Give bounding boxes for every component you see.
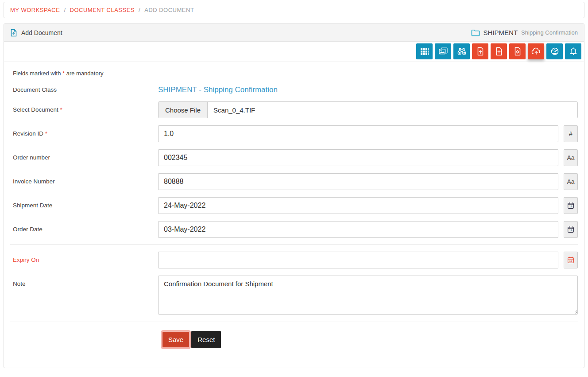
invoice-number-row: Invoice Number Aa bbox=[10, 173, 578, 190]
images-button[interactable] bbox=[435, 43, 451, 59]
order-number-input[interactable] bbox=[158, 149, 558, 166]
file-add-icon bbox=[495, 47, 503, 56]
document-class-row: Document Class SHIPMENT - Shipping Confi… bbox=[10, 85, 578, 94]
section-divider bbox=[10, 322, 578, 322]
shipment-date-row: Shipment Date 19 bbox=[10, 197, 578, 214]
select-document-row: Select Document * Choose File Scan_0_4.T… bbox=[10, 101, 578, 118]
order-number-row: Order number Aa bbox=[10, 149, 578, 166]
panel-header: Add Document SHIPMENT Shipping Confirmat… bbox=[4, 24, 584, 42]
add-document-form: Fields marked with * are mandatory Docum… bbox=[4, 62, 584, 348]
revision-id-label: Revision ID * bbox=[10, 125, 158, 142]
add-document-panel: Add Document SHIPMENT Shipping Confirmat… bbox=[4, 23, 584, 368]
svg-text:19: 19 bbox=[569, 229, 573, 232]
file-upload-icon bbox=[476, 47, 484, 56]
shipment-date-label: Shipment Date bbox=[10, 197, 158, 214]
order-date-label: Order Date bbox=[10, 221, 158, 238]
panel-title: Add Document bbox=[21, 29, 62, 36]
text-type-addon: Aa bbox=[564, 173, 578, 190]
form-actions: Save Reset bbox=[162, 331, 578, 348]
notifications-bell-button[interactable] bbox=[565, 43, 581, 59]
binoculars-search-button[interactable] bbox=[453, 43, 470, 59]
breadcrumb-separator: / bbox=[139, 7, 140, 13]
folder-icon bbox=[471, 29, 480, 37]
order-number-label: Order number bbox=[10, 149, 158, 166]
expiry-on-input[interactable] bbox=[158, 252, 558, 268]
select-document-label: Select Document * bbox=[10, 101, 158, 118]
shipment-date-input[interactable] bbox=[158, 197, 558, 214]
expiry-on-label: Expiry On bbox=[10, 252, 158, 268]
binoculars-search-icon bbox=[457, 47, 467, 56]
selected-file-name: Scan_0_4.TIF bbox=[208, 102, 261, 118]
dashboard-gauge-button[interactable] bbox=[546, 43, 563, 59]
breadcrumb-my-workspace[interactable]: MY WORKSPACE bbox=[10, 7, 60, 13]
number-type-addon: # bbox=[564, 125, 578, 142]
note-textarea[interactable]: Confirmation Document for Shipment bbox=[158, 276, 578, 315]
note-row: Note Confirmation Document for Shipment bbox=[10, 276, 578, 315]
breadcrumb: MY WORKSPACE / DOCUMENT CLASSES / ADD DO… bbox=[4, 2, 584, 18]
reset-button[interactable]: Reset bbox=[191, 331, 221, 348]
doc-class-label: Shipping Confirmation bbox=[521, 29, 578, 36]
table-grid-icon bbox=[420, 47, 429, 56]
notifications-bell-icon bbox=[569, 47, 578, 56]
text-type-addon: Aa bbox=[564, 149, 578, 166]
calendar-icon[interactable]: 19 bbox=[564, 221, 578, 238]
images-icon bbox=[438, 47, 448, 56]
cloud-upload-button[interactable] bbox=[528, 43, 544, 59]
choose-file-button[interactable]: Choose File bbox=[159, 102, 208, 118]
breadcrumb-document-classes[interactable]: DOCUMENT CLASSES bbox=[70, 7, 135, 13]
file-upload-button[interactable] bbox=[472, 43, 488, 59]
calendar-icon-red[interactable]: 19 bbox=[564, 252, 578, 268]
order-date-input[interactable] bbox=[158, 221, 558, 238]
add-document-icon bbox=[10, 29, 17, 37]
document-class-value: SHIPMENT - Shipping Confirmation bbox=[158, 85, 278, 94]
svg-text:19: 19 bbox=[569, 205, 573, 208]
svg-text:19: 19 bbox=[569, 260, 573, 262]
breadcrumb-add-document: ADD DOCUMENT bbox=[144, 7, 194, 13]
icon-toolbar bbox=[4, 42, 584, 62]
section-divider bbox=[10, 244, 578, 245]
invoice-number-label: Invoice Number bbox=[10, 173, 158, 190]
file-input[interactable]: Choose File Scan_0_4.TIF bbox=[158, 101, 578, 118]
dashboard-gauge-icon bbox=[550, 47, 560, 56]
file-checkout-icon bbox=[514, 47, 522, 56]
file-checkout-button[interactable] bbox=[509, 43, 526, 59]
order-date-row: Order Date 19 bbox=[10, 221, 578, 238]
calendar-icon[interactable]: 19 bbox=[564, 197, 578, 214]
breadcrumb-separator: / bbox=[64, 7, 66, 13]
save-button[interactable]: Save bbox=[162, 332, 189, 347]
revision-id-row: Revision ID * # bbox=[10, 125, 578, 142]
table-grid-button[interactable] bbox=[416, 43, 433, 59]
revision-id-input[interactable] bbox=[158, 125, 558, 142]
doc-class-code: SHIPMENT bbox=[484, 29, 518, 36]
cloud-upload-icon bbox=[531, 47, 542, 56]
invoice-number-input[interactable] bbox=[158, 173, 558, 190]
note-label: Note bbox=[10, 276, 158, 315]
expiry-on-row: Expiry On 19 bbox=[10, 252, 578, 268]
mandatory-note: Fields marked with * are mandatory bbox=[13, 70, 578, 77]
file-add-button[interactable] bbox=[491, 43, 507, 59]
document-class-label: Document Class bbox=[10, 85, 158, 94]
